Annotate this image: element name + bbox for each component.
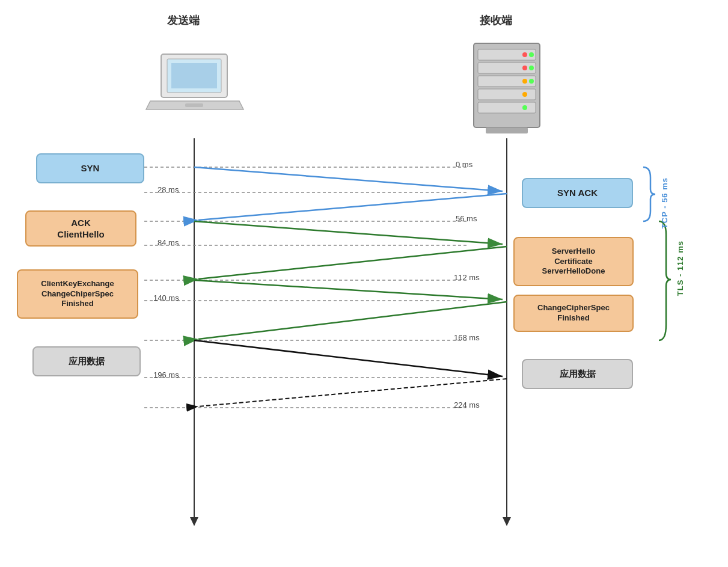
svg-point-20 [529, 66, 534, 70]
syn-ack-box: SYN ACK [522, 178, 633, 208]
time-112ms: 112 ms [454, 273, 480, 282]
syn-box: SYN [36, 153, 144, 183]
time-224ms: 224 ms [454, 400, 480, 409]
tls-label: TLS - 112 ms [676, 241, 685, 296]
svg-rect-8 [171, 63, 217, 88]
time-0ms: 0 ms [456, 160, 473, 169]
svg-rect-12 [478, 49, 536, 60]
sender-label: 发送端 [138, 13, 228, 28]
serverhello-box: ServerHello Certificate ServerHelloDone [513, 237, 634, 286]
svg-point-22 [529, 79, 534, 84]
tcp-label: TCP - 56 ms [660, 177, 669, 228]
svg-rect-25 [486, 127, 528, 133]
diagram: 发送端 接收端 [0, 0, 728, 567]
svg-point-23 [522, 92, 527, 97]
receiver-label: 接收端 [451, 13, 541, 28]
svg-line-43 [194, 280, 503, 299]
svg-rect-10 [185, 103, 203, 107]
svg-point-17 [522, 52, 527, 57]
time-140ms: 140 ms [153, 293, 179, 302]
svg-point-21 [522, 79, 527, 84]
svg-point-24 [522, 105, 527, 110]
time-84ms: 84 ms [158, 238, 179, 247]
svg-rect-16 [478, 102, 536, 113]
svg-point-18 [529, 52, 534, 57]
changecipherspec-box: ChangeCipherSpec Finished [513, 295, 634, 332]
svg-line-41 [194, 221, 503, 244]
svg-marker-9 [146, 101, 243, 109]
svg-point-19 [522, 66, 527, 70]
svg-rect-7 [167, 59, 221, 93]
svg-rect-13 [478, 63, 536, 73]
ack-clienthello-box: ACK ClientHello [25, 210, 136, 247]
time-56ms: 56 ms [456, 214, 477, 223]
svg-marker-29 [503, 517, 511, 526]
svg-rect-15 [478, 89, 536, 100]
svg-line-39 [194, 167, 503, 191]
svg-marker-28 [190, 517, 198, 526]
clientkey-box: ClientKeyExchange ChangeChiperSpec Finis… [17, 269, 138, 319]
svg-line-45 [194, 340, 503, 376]
svg-rect-14 [478, 76, 536, 87]
time-28ms: 28 ms [158, 185, 179, 194]
time-196ms: 196 ms [153, 370, 179, 379]
appdata-right-box: 应用数据 [522, 359, 633, 389]
appdata-left-box: 应用数据 [32, 346, 141, 376]
svg-rect-11 [474, 43, 540, 127]
svg-rect-6 [161, 54, 227, 97]
time-168ms: 168 ms [454, 333, 480, 342]
